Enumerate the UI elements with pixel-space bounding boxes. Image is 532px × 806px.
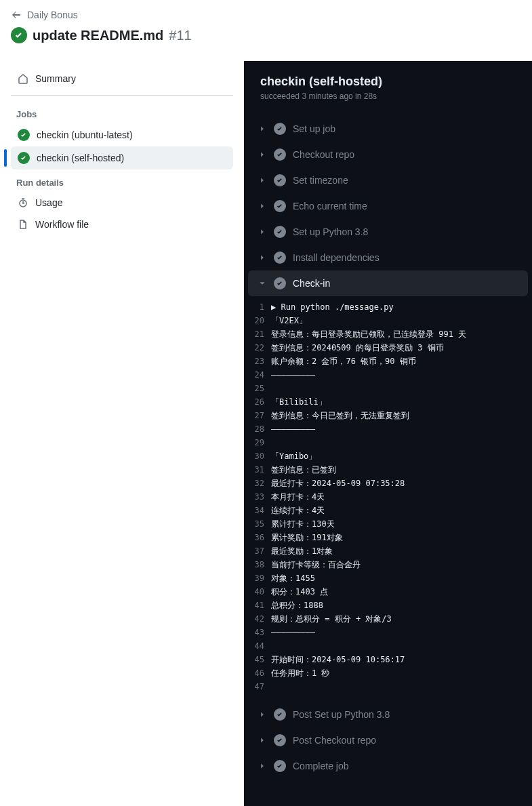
usage-nav[interactable]: Usage [11, 192, 233, 214]
chevron-icon [258, 150, 267, 159]
step-label: Complete job [293, 761, 349, 771]
check-icon [274, 200, 286, 212]
step-row[interactable]: Set up job [248, 116, 528, 142]
workflow-file-label: Workflow file [35, 219, 89, 230]
check-icon [274, 760, 286, 772]
home-icon [18, 73, 28, 84]
log-line: 23账户余额：2 金币，76 银币，90 铜币 [244, 355, 532, 368]
log-line: 27签到信息：今日已签到，无法重复签到 [244, 409, 532, 422]
check-icon [18, 129, 30, 141]
job-label: checkin (ubuntu-latest) [37, 129, 133, 140]
step-row[interactable]: Post Checkout repo [248, 727, 528, 753]
chevron-icon [258, 761, 267, 771]
step-label: Post Set up Python 3.8 [293, 709, 390, 720]
job-meta: succeeded 3 minutes ago in 28s [260, 92, 516, 101]
step-label: Post Checkout repo [293, 735, 376, 746]
step-row[interactable]: Set timezone [248, 167, 528, 193]
log-line: 31签到信息：已签到 [244, 463, 532, 477]
step-row[interactable]: Checkout repo [248, 142, 528, 167]
log-line: 21登录信息：每日登录奖励已领取，已连续登录 991 天 [244, 327, 532, 341]
step-label: Checkout repo [293, 149, 354, 160]
check-icon [18, 152, 30, 164]
log-line: 45开始时间：2024-05-09 10:56:17 [244, 653, 532, 666]
workflow-file-nav[interactable]: Workflow file [11, 214, 233, 235]
run-number: #11 [169, 28, 191, 43]
chevron-icon [258, 279, 267, 288]
check-icon [274, 734, 286, 746]
chevron-icon [258, 176, 267, 185]
step-label: Echo current time [293, 201, 367, 211]
step-row[interactable]: Set up Python 3.8 [248, 219, 528, 245]
check-icon [274, 251, 286, 264]
log-line: 24————————— [244, 368, 532, 382]
divider [11, 95, 233, 96]
chevron-icon [258, 736, 267, 745]
job-item-selfhosted[interactable]: checkin (self-hosted) [11, 146, 233, 169]
log-line: 29 [244, 436, 532, 449]
log-line: 42规则：总积分 = 积分 + 对象/3 [244, 612, 532, 626]
back-arrow-icon[interactable] [11, 9, 22, 20]
log-line: 38当前打卡等级：百合金丹 [244, 558, 532, 571]
summary-nav[interactable]: Summary [11, 68, 233, 89]
step-row[interactable]: Post Set up Python 3.8 [248, 702, 528, 727]
check-icon [274, 148, 286, 161]
job-item-ubuntu[interactable]: checkin (ubuntu-latest) [11, 123, 233, 146]
step-row[interactable]: Install dependencies [248, 245, 528, 270]
page-title: update README.md [33, 28, 163, 43]
log-output: 1▶ Run python ./message.py20「V2EX」21登录信息… [244, 296, 532, 702]
check-icon [274, 123, 286, 135]
log-line: 41总积分：1888 [244, 599, 532, 612]
log-line: 44 [244, 639, 532, 653]
log-line: 46任务用时：1 秒 [244, 666, 532, 680]
log-line: 43————————— [244, 626, 532, 639]
job-label: checkin (self-hosted) [37, 153, 124, 163]
breadcrumb[interactable]: Daily Bonus [27, 9, 78, 20]
step-row[interactable]: Check-in [248, 270, 528, 296]
log-line: 37最近奖励：1对象 [244, 544, 532, 558]
log-line: 25 [244, 382, 532, 395]
check-icon [274, 226, 286, 238]
log-line: 26「Bilibili」 [244, 395, 532, 409]
log-line: 1▶ Run python ./message.py [244, 300, 532, 314]
log-line: 47 [244, 680, 532, 693]
log-line: 36累计奖励：191对象 [244, 531, 532, 544]
log-line: 20「V2EX」 [244, 314, 532, 327]
file-icon [18, 219, 28, 230]
chevron-icon [258, 124, 267, 134]
chevron-icon [258, 201, 267, 211]
chevron-icon [258, 253, 267, 262]
log-line: 32最近打卡：2024-05-09 07:35:28 [244, 477, 532, 490]
step-label: Set up Python 3.8 [293, 226, 368, 237]
step-label: Install dependencies [293, 252, 380, 263]
log-line: 40积分：1403 点 [244, 585, 532, 599]
step-label: Check-in [293, 278, 330, 289]
jobs-heading: Jobs [11, 101, 233, 123]
step-label: Set up job [293, 123, 335, 134]
step-label: Set timezone [293, 175, 348, 186]
job-title: checkin (self-hosted) [260, 75, 516, 89]
stopwatch-icon [18, 197, 28, 208]
step-row[interactable]: Complete job [248, 753, 528, 779]
step-row[interactable]: Echo current time [248, 193, 528, 219]
log-line: 28————————— [244, 422, 532, 436]
status-success-icon [11, 27, 27, 43]
log-line: 39对象：1455 [244, 571, 532, 585]
summary-label: Summary [35, 73, 76, 84]
usage-label: Usage [35, 197, 62, 208]
run-details-heading: Run details [11, 169, 233, 192]
check-icon [274, 277, 286, 289]
check-icon [274, 174, 286, 186]
log-line: 34连续打卡：4天 [244, 504, 532, 517]
chevron-icon [258, 710, 267, 719]
log-line: 33本月打卡：4天 [244, 490, 532, 504]
chevron-icon [258, 227, 267, 237]
check-icon [274, 708, 286, 721]
log-line: 35累计打卡：130天 [244, 517, 532, 531]
log-line: 30「Yamibo」 [244, 449, 532, 463]
log-line: 22签到信息：20240509 的每日登录奖励 3 铜币 [244, 341, 532, 355]
